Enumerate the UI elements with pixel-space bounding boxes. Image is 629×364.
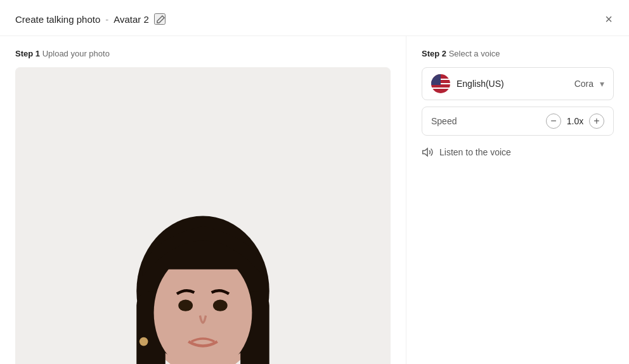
right-panel: Step 2 Select a voice English(US) Cora ▾… [406,36,629,364]
close-button[interactable]: × [604,11,614,27]
step2-text: Select a voice [449,49,500,58]
flag-us [431,74,450,93]
speaker-icon [422,146,434,159]
step1-num: 1 [36,49,42,58]
speed-label: Speed [431,116,546,126]
listen-button[interactable]: Listen to the voice [422,146,614,159]
chevron-down-icon: ▾ [600,79,604,89]
listen-label: Listen to the voice [439,147,511,157]
speed-decrease-button[interactable]: − [546,114,561,129]
step1-number: Step [15,49,33,58]
avatar-name: Avatar 2 [113,14,149,25]
speed-controls: − 1.0x + [546,114,604,129]
title-group: Create talking photo - Avatar 2 [15,13,165,25]
flag-stripes [431,74,450,93]
svg-point-9 [213,300,228,311]
edit-button[interactable] [154,13,165,25]
create-talking-photo-modal: Create talking photo - Avatar 2 × Step 1… [0,0,629,364]
svg-marker-12 [423,148,428,156]
modal-body: Step 1 Upload your photo [0,36,629,364]
voice-dropdown[interactable]: English(US) Cora ▾ [422,67,614,100]
flag-canton [431,74,441,85]
speed-value: 1.0x [566,116,584,126]
photo-figure: ♦ [15,67,391,364]
voice-name: Cora [574,79,593,89]
person-image: ♦ [15,67,391,364]
modal-header: Create talking photo - Avatar 2 × [0,0,629,36]
speed-increase-button[interactable]: + [589,114,604,129]
step1-label: Step 1 Upload your photo [15,49,391,58]
step2-label: Step 2 Select a voice [422,49,614,58]
step1-text: Upload your photo [42,49,110,58]
step2-number: Step 2 [422,49,449,58]
title-separator: - [105,14,108,25]
modal-title: Create talking photo [15,14,100,25]
photo-upload-area[interactable]: ♦ Click here or drag to replace the phot… [15,67,391,364]
svg-point-8 [178,300,193,311]
left-panel: Step 1 Upload your photo [0,36,406,364]
voice-language: English(US) [457,79,568,89]
svg-point-10 [139,337,148,346]
speed-control: Speed − 1.0x + [422,107,614,136]
